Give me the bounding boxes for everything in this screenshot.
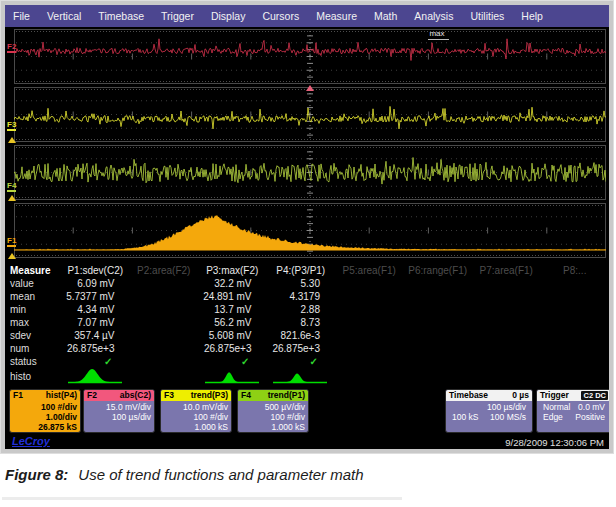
trace-label-f2[interactable]: F2 <box>7 42 16 53</box>
menu-item-help[interactable]: Help <box>521 10 543 22</box>
measure-col-header-p6[interactable]: P6:range(F1) <box>404 264 473 277</box>
menu-item-analysis[interactable]: Analysis <box>414 10 453 22</box>
menu-item-cursors[interactable]: Cursors <box>262 10 299 22</box>
measure-sdev-p5 <box>335 329 404 342</box>
measure-col-header-p7[interactable]: P7:area(F1) <box>472 264 541 277</box>
wave-section-f1 <box>14 203 606 258</box>
channel-box-body-f2: 15.0 mV/div100 µs/div <box>84 401 154 422</box>
channel-box-header-f2: F2abs(C2) <box>84 390 154 401</box>
measure-col-header-p5[interactable]: P5:area(F1) <box>335 264 404 277</box>
menu-item-timebase[interactable]: Timebase <box>98 10 144 22</box>
measure-col-header-p3[interactable]: P3:max(F2) <box>198 264 267 277</box>
channel-line-f3-0: 10.0 mV/div <box>164 402 228 412</box>
menu-bar: FileVerticalTimebaseTriggerDisplayCursor… <box>5 5 609 27</box>
measure-value-p1: 6.09 mV <box>61 277 130 290</box>
channel-function-f4: trend(P1) <box>268 390 305 401</box>
measure-mean-p2 <box>130 290 199 303</box>
trigger-left-1: Edge <box>543 412 563 422</box>
measure-row-label-max: max <box>5 316 61 329</box>
channel-line-f1-1: 1.00/div <box>13 412 77 422</box>
histo-icon-cell-p2 <box>130 368 199 386</box>
channel-box-f1[interactable]: F1hist(P4)100 #/div1.00/div26.875 kS <box>9 389 81 433</box>
menu-item-utilities[interactable]: Utilities <box>470 10 504 22</box>
histo-icon-cell-p3 <box>198 368 267 386</box>
channel-box-body-f4: 500 µV/div100 #/div1.000 kS <box>238 401 308 432</box>
timebase-box[interactable]: Timebase0 µs100 µs/div100 kS100 MS/s <box>445 389 533 433</box>
measure-col-header-p8[interactable]: P8:... <box>541 264 610 277</box>
menu-item-measure[interactable]: Measure <box>316 10 357 22</box>
measure-sdev-p1: 357.4 µV <box>61 329 130 342</box>
measure-row-label-status: status <box>5 355 61 368</box>
channel-box-header-f3: F3trend(P3) <box>161 390 231 401</box>
menu-item-file[interactable]: File <box>13 10 30 22</box>
measure-num-p6 <box>404 342 473 355</box>
channel-box-f4[interactable]: F4trend(P1)500 µV/div100 #/div1.000 kS <box>237 389 309 433</box>
measure-value-p2 <box>130 277 199 290</box>
channel-box-f3[interactable]: F3trend(P3)10.0 mV/div100 #/div1.000 kS <box>160 389 232 433</box>
histicon-p4 <box>271 368 329 385</box>
measure-grid: MeasureP1:sdev(C2)P2:area(F2)P3:max(F2)P… <box>5 264 609 386</box>
measure-value-p3: 32.2 mV <box>198 277 267 290</box>
measure-min-p3: 13.7 mV <box>198 303 267 316</box>
trigger-title: Trigger <box>540 390 569 401</box>
trace-label-f4[interactable]: F4 <box>7 181 16 192</box>
trace-level-marker-icon[interactable] <box>8 137 16 143</box>
trigger-box[interactable]: TriggerC2 DCNormal0.0 mVEdgePositive <box>536 389 609 433</box>
measure-row-label-histo: histo <box>5 368 61 386</box>
measure-max-p2 <box>130 316 199 329</box>
figure-caption-text: Use of trend functions and parameter mat… <box>78 466 363 483</box>
menu-item-math[interactable]: Math <box>374 10 397 22</box>
measure-mean-p6 <box>404 290 473 303</box>
status-check-p1: ✓ <box>61 355 130 368</box>
timebase-left-1: 100 kS <box>452 412 478 422</box>
measure-col-header-p2[interactable]: P2:area(F2) <box>130 264 199 277</box>
trace-level-marker-icon[interactable] <box>8 195 16 201</box>
measure-col-header-p1[interactable]: P1:sdev(C2) <box>61 264 130 277</box>
histo-icon-cell-p7 <box>472 368 541 386</box>
measure-sdev-p4: 821.6e-3 <box>267 329 336 342</box>
measure-mean-p8 <box>541 290 610 303</box>
measure-sdev-p7 <box>472 329 541 342</box>
trigger-position-icon[interactable] <box>306 85 314 91</box>
status-check-p4: ✓ <box>267 355 336 368</box>
status-check-p5 <box>335 355 404 368</box>
trigger-left-0: Normal <box>543 402 570 412</box>
measure-col-header-p4[interactable]: P4:(P3/P1) <box>267 264 336 277</box>
waveform-plot-f4 <box>14 145 606 200</box>
waveform-plot-f2 <box>14 29 606 84</box>
channel-function-f3: trend(P3) <box>191 390 228 401</box>
timebase-box-body: 100 µs/div100 kS100 MS/s <box>446 401 532 422</box>
status-check-p7 <box>472 355 541 368</box>
measure-num-p7 <box>472 342 541 355</box>
channel-line-f3-2: 1.000 kS <box>164 422 228 432</box>
channel-box-body-f3: 10.0 mV/div100 #/div1.000 kS <box>161 401 231 432</box>
trace-label-f1[interactable]: F1 <box>7 236 16 247</box>
measure-max-p3: 56.2 mV <box>198 316 267 329</box>
trigger-row-0: Normal0.0 mV <box>540 402 608 412</box>
channel-id-f3: F3 <box>164 390 174 401</box>
measure-max-p6 <box>404 316 473 329</box>
measure-max-p4: 8.73 <box>267 316 336 329</box>
measure-min-p6 <box>404 303 473 316</box>
trigger-box-header: TriggerC2 DC <box>537 390 609 401</box>
channel-id-f4: F4 <box>241 390 251 401</box>
measure-sdev-p2 <box>130 329 199 342</box>
figure-caption-label: Figure 8: <box>5 466 68 483</box>
timebase-offset-value: 0 µs <box>512 390 529 401</box>
channel-line-f2-1: 100 µs/div <box>87 412 151 422</box>
figure-page: FileVerticalTimebaseTriggerDisplayCursor… <box>0 0 616 507</box>
measure-min-p8 <box>541 303 610 316</box>
menu-item-display[interactable]: Display <box>211 10 245 22</box>
menu-item-vertical[interactable]: Vertical <box>47 10 81 22</box>
lecroy-logo: LeCroy <box>12 435 50 447</box>
channel-box-f2[interactable]: F2abs(C2)15.0 mV/div100 µs/div <box>83 389 155 433</box>
measure-min-p2 <box>130 303 199 316</box>
trigger-right-0: 0.0 mV <box>578 402 605 412</box>
trace-level-marker-icon[interactable] <box>8 253 16 259</box>
histo-icon-cell-p8 <box>541 368 610 386</box>
menu-item-trigger[interactable]: Trigger <box>161 10 194 22</box>
status-strip: LeCroy 9/28/2009 12:30:06 PM <box>5 435 609 449</box>
channel-box-body-f1: 100 #/div1.00/div26.875 kS <box>10 401 80 432</box>
waveform-grid: F2F3F4F1max <box>5 27 609 264</box>
trace-label-f3[interactable]: F3 <box>7 120 16 131</box>
